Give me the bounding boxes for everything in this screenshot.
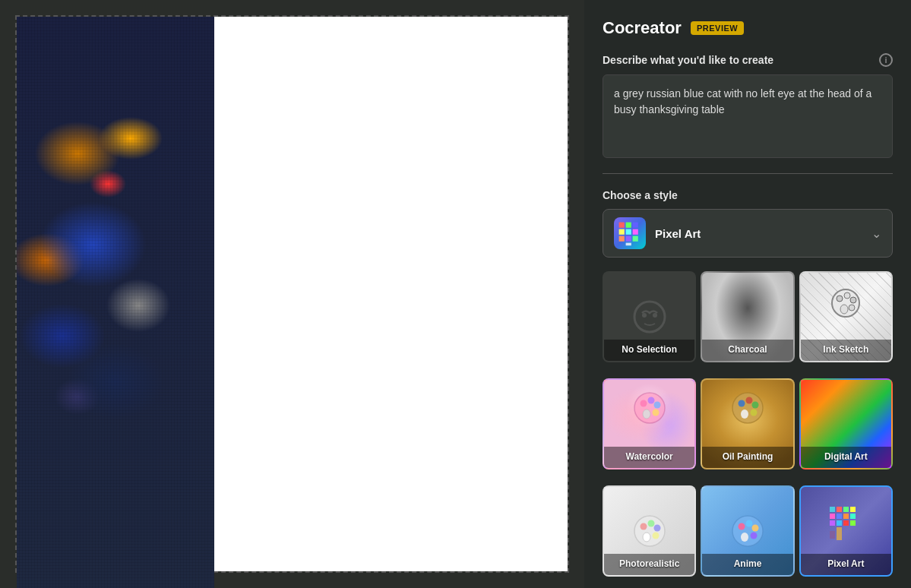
svg-point-11 xyxy=(642,313,647,318)
style-card-label-oil-painting: Oil Painting xyxy=(702,447,792,468)
no-selection-icon xyxy=(631,298,669,336)
svg-rect-52 xyxy=(837,520,842,526)
svg-point-15 xyxy=(844,292,850,299)
canvas-container xyxy=(15,15,569,573)
chevron-down-icon: ⌄ xyxy=(871,226,881,241)
describe-label-row: Describe what you'd like to create i xyxy=(603,53,893,67)
style-section-label: Choose a style xyxy=(603,189,893,201)
svg-rect-0 xyxy=(619,223,625,228)
style-card-label-ink-sketch: Ink Sketch xyxy=(801,340,891,361)
svg-rect-4 xyxy=(626,229,631,235)
svg-rect-45 xyxy=(843,507,849,512)
svg-point-14 xyxy=(837,296,843,302)
style-dropdown[interactable]: Pixel Art ⌄ xyxy=(603,209,893,258)
style-card-pixel-art[interactable]: Pixel Art xyxy=(799,485,893,577)
style-card-label-anime: Anime xyxy=(702,554,792,575)
pixel-art-canvas[interactable] xyxy=(17,17,214,588)
pixel-color-layer xyxy=(17,17,214,588)
svg-rect-7 xyxy=(626,236,631,242)
svg-point-42 xyxy=(741,533,748,542)
svg-rect-8 xyxy=(633,236,638,242)
anime-palette xyxy=(731,514,764,548)
svg-point-28 xyxy=(751,402,758,409)
style-card-label-photorealistic: Photorealistic xyxy=(604,554,694,575)
watercolor-palette xyxy=(633,391,666,425)
svg-point-24 xyxy=(643,409,650,419)
svg-point-40 xyxy=(751,525,758,532)
style-card-oil-painting[interactable]: Oil Painting xyxy=(701,378,794,469)
svg-rect-9 xyxy=(626,243,631,246)
svg-rect-3 xyxy=(619,229,625,235)
svg-point-17 xyxy=(849,305,855,311)
pixel-art-style-icon xyxy=(828,505,863,540)
svg-rect-46 xyxy=(850,507,856,512)
svg-rect-56 xyxy=(830,531,835,539)
choose-style-label: Choose a style xyxy=(603,189,678,201)
style-card-photorealistic[interactable]: Photorealistic xyxy=(603,485,696,577)
svg-point-36 xyxy=(643,533,650,542)
svg-rect-6 xyxy=(619,236,625,242)
panel-title: Cocreator xyxy=(603,18,682,38)
oil-painting-palette xyxy=(731,391,764,425)
svg-point-30 xyxy=(741,409,748,419)
style-card-label-pixel-art: Pixel Art xyxy=(801,554,891,575)
svg-point-41 xyxy=(750,533,757,539)
right-panel: Cocreator PREVIEW Describe what you'd li… xyxy=(584,0,911,588)
info-icon[interactable]: i xyxy=(879,53,893,67)
svg-point-10 xyxy=(634,302,665,332)
svg-rect-55 xyxy=(837,527,842,540)
svg-point-26 xyxy=(738,400,745,407)
style-card-label-charcoal: Charcoal xyxy=(702,340,792,361)
svg-point-33 xyxy=(647,520,654,527)
svg-rect-44 xyxy=(837,507,842,512)
style-dropdown-icon xyxy=(614,217,646,249)
style-card-digital-art[interactable]: Digital Art xyxy=(799,378,893,469)
svg-rect-2 xyxy=(633,223,638,228)
style-card-charcoal[interactable]: Charcoal xyxy=(701,271,794,362)
svg-rect-43 xyxy=(830,507,835,512)
style-card-anime[interactable]: Anime xyxy=(701,485,794,577)
svg-point-38 xyxy=(738,523,745,530)
panel-header: Cocreator PREVIEW xyxy=(603,18,893,38)
canvas-area xyxy=(0,0,584,588)
ink-sketch-palette xyxy=(830,288,861,318)
svg-point-22 xyxy=(653,402,660,409)
style-grid: No Selection Charcoal Ink Sk xyxy=(603,271,893,588)
svg-rect-49 xyxy=(843,514,849,519)
svg-rect-5 xyxy=(633,229,638,235)
canvas-white-area xyxy=(214,17,568,571)
preview-badge: PREVIEW xyxy=(691,21,744,35)
description-input[interactable]: a grey russian blue cat with no left eye… xyxy=(603,74,893,158)
svg-point-16 xyxy=(850,297,856,303)
svg-point-34 xyxy=(653,525,660,532)
style-card-watercolor[interactable]: Watercolor xyxy=(603,378,696,469)
svg-rect-54 xyxy=(850,520,856,526)
svg-point-21 xyxy=(647,397,654,404)
svg-point-39 xyxy=(745,520,752,527)
svg-point-32 xyxy=(640,523,647,530)
palette-icon xyxy=(616,220,644,247)
divider xyxy=(603,173,893,174)
svg-point-18 xyxy=(840,305,848,314)
describe-label: Describe what you'd like to create xyxy=(603,54,773,66)
svg-rect-1 xyxy=(626,223,631,228)
svg-point-27 xyxy=(745,397,752,404)
svg-point-12 xyxy=(653,313,657,318)
svg-rect-47 xyxy=(830,514,835,519)
style-dropdown-label: Pixel Art xyxy=(655,227,862,240)
photorealistic-palette xyxy=(633,514,666,548)
style-card-ink-sketch[interactable]: Ink Sketch xyxy=(799,271,893,362)
svg-point-29 xyxy=(750,409,757,416)
style-card-label-watercolor: Watercolor xyxy=(604,447,694,468)
svg-point-23 xyxy=(652,409,659,416)
style-card-label-no-selection: No Selection xyxy=(604,340,694,361)
svg-rect-53 xyxy=(843,520,849,526)
svg-rect-51 xyxy=(830,520,835,526)
style-card-label-digital-art: Digital Art xyxy=(801,447,891,468)
style-card-no-selection[interactable]: No Selection xyxy=(603,271,696,362)
svg-point-20 xyxy=(640,400,647,407)
svg-rect-48 xyxy=(837,514,842,519)
svg-point-35 xyxy=(652,533,659,539)
svg-rect-50 xyxy=(850,514,856,519)
